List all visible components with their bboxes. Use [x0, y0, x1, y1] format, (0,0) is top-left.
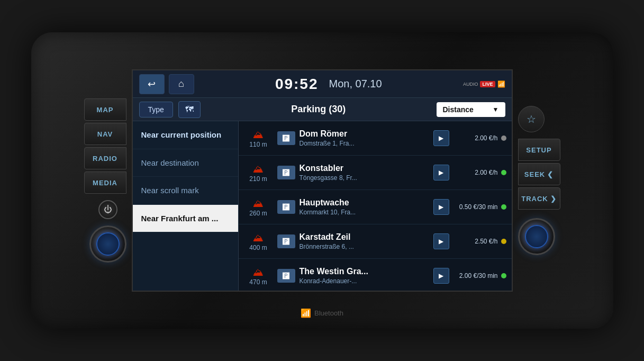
radio-button[interactable]: RADIO [84, 147, 126, 169]
dropdown-arrow-icon: ▼ [493, 106, 499, 113]
navigate-button[interactable]: ▶ [433, 199, 449, 215]
price-value: 2.00 €/30 min [459, 272, 498, 279]
power-button[interactable]: ⏻ [98, 200, 117, 219]
distance-label: Distance [443, 105, 474, 114]
favorite-button[interactable]: ☆ [518, 106, 545, 132]
navigate-button[interactable]: ▶ [433, 165, 449, 180]
mountain-icon: ⛰ [244, 232, 273, 244]
right-knob[interactable] [518, 218, 555, 255]
price-col: 0.50 €/30 min [453, 203, 506, 211]
clock-area: 09:52 Mon, 07.10 [198, 76, 459, 93]
right-controls: ☆ SETUP SEEK ❮ TRACK ❯ [518, 106, 560, 255]
back-button[interactable]: ↩ [139, 74, 165, 94]
navigate-button[interactable]: ▶ [433, 130, 449, 146]
parking-type-icon: 🅿 [277, 200, 295, 214]
parking-name: The Westin Gra... [300, 267, 429, 276]
parking-address: Töngesgasse 8, Fr... [300, 174, 429, 182]
filter-near-scroll[interactable]: Near scroll mark [133, 177, 238, 205]
dist-label: 400 m [244, 244, 273, 251]
availability-dot [501, 136, 506, 141]
track-label: TRACK [521, 195, 548, 203]
availability-dot [501, 204, 506, 210]
parking-item[interactable]: ⛰ 260 m 🅿 Hauptwache Kornmarkt 10, Fra..… [239, 190, 512, 224]
left-knob[interactable] [89, 225, 126, 263]
seek-button[interactable]: SEEK ❮ [518, 163, 560, 185]
price-col: 2.00 €/h [453, 169, 506, 176]
parking-title: Parking (30) [206, 104, 431, 115]
navigate-button[interactable]: ▶ [433, 233, 449, 249]
filter-near-frankfurt[interactable]: Near Frankfurt am ... [133, 205, 238, 233]
audio-label: AUDIO [463, 82, 478, 87]
distance-dropdown[interactable]: Distance ▼ [437, 102, 505, 117]
dist-label: 210 m [244, 175, 273, 183]
mountain-icon: ⛰ [244, 266, 273, 278]
parking-type-icon: 🅿 [277, 131, 295, 145]
type-button[interactable]: Type [139, 102, 173, 118]
parking-item[interactable]: ⛰ 110 m 🅿 Dom Römer Domstraße 1, Fra... … [239, 121, 512, 156]
price-value: 2.00 €/h [475, 134, 497, 142]
distance-value: ⛰ 470 m [244, 266, 273, 286]
navigate-button[interactable]: ▶ [433, 268, 449, 284]
price-value: 0.50 €/30 min [459, 203, 498, 211]
filter-near-destination[interactable]: Near destination [133, 149, 238, 177]
parking-type-icon: 🅿 [277, 269, 295, 283]
track-button[interactable]: TRACK ❯ [518, 187, 560, 210]
parking-list: ⛰ 110 m 🅿 Dom Römer Domstraße 1, Fra... … [239, 121, 512, 291]
price-value: 2.00 €/h [475, 169, 497, 176]
distance-value: ⛰ 110 m [244, 129, 273, 148]
map-button[interactable]: MAP [84, 98, 126, 121]
price-col: 2.00 €/30 min [453, 272, 506, 279]
signal-icon: 📶 [497, 80, 505, 88]
parking-info: Hauptwache Kornmarkt 10, Fra... [300, 198, 429, 216]
filter-near-current[interactable]: Near current position [133, 121, 238, 149]
parking-address: Brönnerstraße 6, ... [300, 243, 429, 250]
distance-value: ⛰ 210 m [244, 163, 273, 183]
price-col: 2.50 €/h [453, 238, 506, 245]
parking-info: The Westin Gra... Konrad-Adenauer-... [300, 267, 429, 285]
distance-value: ⛰ 260 m [244, 197, 273, 217]
parking-item[interactable]: ⛰ 400 m 🅿 Karstadt Zeil Brönnerstraße 6,… [239, 224, 512, 259]
media-button[interactable]: MEDIA [84, 172, 126, 194]
bluetooth-bar: 📶 Bluetooth [301, 308, 343, 318]
dist-label: 110 m [244, 141, 273, 148]
price-col: 2.00 €/h [453, 134, 506, 142]
price-value: 2.50 €/h [475, 238, 497, 245]
parking-address: Kornmarkt 10, Fra... [300, 209, 429, 216]
parking-name: Karstadt Zeil [300, 232, 429, 242]
mountain-icon: ⛰ [244, 197, 273, 210]
dist-label: 470 m [244, 278, 273, 286]
parking-info: Konstabler Töngesgasse 8, Fr... [300, 164, 429, 182]
seek-arrow-icon: ❮ [547, 170, 554, 178]
main-content: Near current position Near destination N… [133, 121, 512, 291]
status-icons: AUDIO LIVE 📶 [463, 80, 505, 88]
home-button[interactable]: ⌂ [169, 74, 194, 94]
availability-dot [501, 273, 506, 278]
parking-address: Konrad-Adenauer-... [300, 277, 429, 285]
seek-label: SEEK [524, 170, 545, 178]
mountain-icon: ⛰ [244, 163, 273, 175]
sub-bar: Type 🗺 Parking (30) Distance ▼ [133, 98, 512, 121]
parking-info: Dom Römer Domstraße 1, Fra... [300, 129, 429, 147]
left-controls: MAP NAV RADIO MEDIA ⏻ [84, 98, 126, 263]
parking-type-icon: 🅿 [277, 166, 295, 179]
parking-info: Karstadt Zeil Brönnerstraße 6, ... [300, 232, 429, 250]
parking-name: Konstabler [300, 164, 429, 173]
bluetooth-label: Bluetooth [314, 309, 343, 317]
track-arrow-icon: ❯ [550, 195, 557, 203]
bluetooth-icon: 📶 [301, 308, 311, 318]
time-display: 09:52 [275, 76, 319, 93]
top-bar: ↩ ⌂ 09:52 Mon, 07.10 AUDIO LIVE 📶 [133, 70, 512, 98]
live-badge: LIVE [480, 81, 495, 87]
nav-button[interactable]: NAV [84, 123, 126, 145]
parking-item[interactable]: ⛰ 470 m 🅿 The Westin Gra... Konrad-Adena… [239, 259, 512, 291]
availability-dot [501, 239, 506, 244]
parking-item[interactable]: ⛰ 210 m 🅿 Konstabler Töngesgasse 8, Fr..… [239, 156, 512, 190]
date-display: Mon, 07.10 [329, 78, 382, 90]
parking-address: Domstraße 1, Fra... [300, 140, 429, 147]
parking-name: Dom Römer [300, 129, 429, 139]
setup-button[interactable]: SETUP [518, 139, 560, 161]
parking-name: Hauptwache [300, 198, 429, 207]
dist-label: 260 m [244, 210, 273, 217]
main-screen: ↩ ⌂ 09:52 Mon, 07.10 AUDIO LIVE 📶 Type 🗺… [132, 69, 513, 292]
map-filter-button[interactable]: 🗺 [178, 101, 201, 118]
